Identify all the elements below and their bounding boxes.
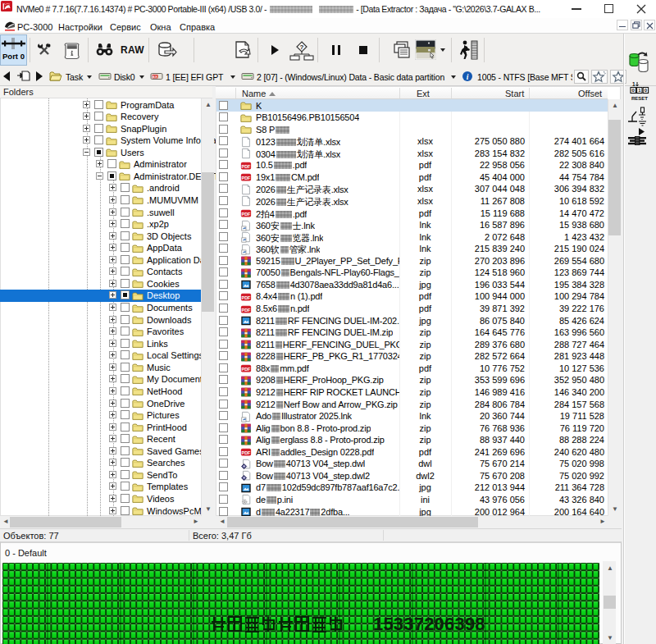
svg-text:1: 1 [632, 81, 636, 87]
svg-text:RESET: RESET [631, 96, 648, 101]
svg-text:15337206398: 15337206398 [373, 614, 485, 634]
svg-text:?: ? [300, 43, 304, 51]
